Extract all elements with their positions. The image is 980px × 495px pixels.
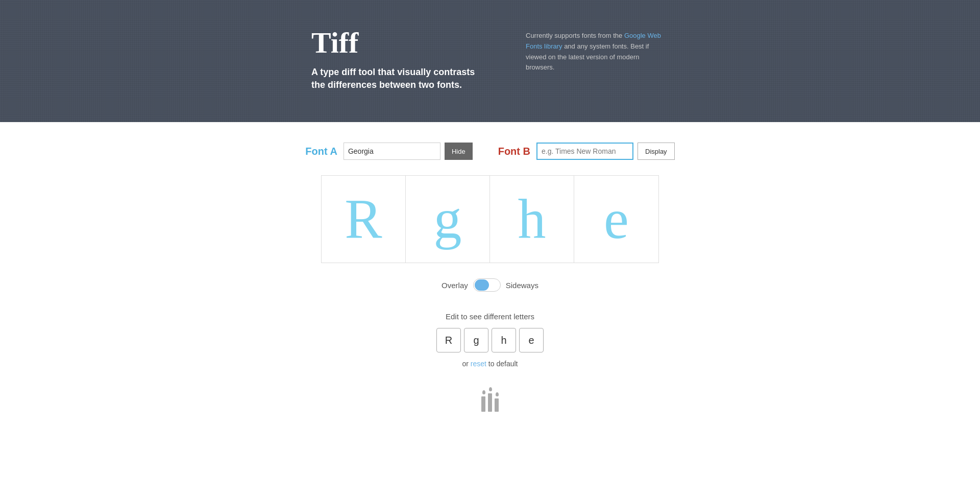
header-left: Tiff A type diff tool that visually cont… <box>311 26 526 91</box>
letter-cell-h: h <box>490 176 574 263</box>
font-a-group: Font A Hide <box>305 143 472 160</box>
font-b-label: Font B <box>498 146 530 157</box>
letter-input-h[interactable] <box>492 328 516 352</box>
candle-flame-1 <box>482 390 485 394</box>
font-controls: Font A Hide Font B Display <box>305 143 674 160</box>
letter-inputs <box>436 328 544 352</box>
candle-body-1 <box>481 396 485 412</box>
letter-cell-g: g <box>406 176 490 263</box>
candle-group-2 <box>488 388 492 412</box>
letter-cell-e: e <box>574 176 658 263</box>
header-description: Currently supports fonts from the Google… <box>526 31 669 73</box>
letter-g: g <box>434 191 462 247</box>
overlay-toggle[interactable] <box>473 278 501 292</box>
display-button[interactable]: Display <box>638 143 675 160</box>
hide-button[interactable]: Hide <box>445 143 473 160</box>
candle-icon <box>481 388 499 412</box>
header-inner: Tiff A type diff tool that visually cont… <box>311 26 669 91</box>
letter-R: R <box>345 191 382 247</box>
letter-h: h <box>518 191 546 247</box>
reset-link[interactable]: reset <box>471 360 486 368</box>
candle-group-3 <box>495 393 499 412</box>
font-b-input[interactable] <box>536 143 633 160</box>
letter-input-R[interactable] <box>436 328 461 352</box>
candle-body-3 <box>495 398 499 412</box>
main-content: Font A Hide Font B Display R g h e Overl… <box>0 122 980 412</box>
reset-row: or reset to default <box>462 360 518 368</box>
toggle-row: Overlay Sideways <box>442 278 538 292</box>
candle-flame-2 <box>489 387 492 391</box>
font-a-input[interactable] <box>344 143 440 160</box>
font-a-label: Font A <box>305 146 337 157</box>
overlay-label: Overlay <box>442 281 468 290</box>
toggle-thumb <box>475 279 489 291</box>
letter-grid: R g h e <box>321 175 659 263</box>
header: Tiff A type diff tool that visually cont… <box>0 0 980 122</box>
bottom-icon-area <box>481 388 499 412</box>
letter-input-g[interactable] <box>464 328 488 352</box>
candle-group-1 <box>481 391 485 412</box>
sideways-label: Sideways <box>506 281 538 290</box>
font-b-group: Font B Display <box>498 143 675 160</box>
letter-e: e <box>604 191 629 247</box>
candle-body-2 <box>488 393 492 412</box>
app-subtitle: A type diff tool that visually contrasts… <box>311 66 485 91</box>
app-title: Tiff <box>311 26 526 60</box>
edit-section: Edit to see different letters or reset t… <box>436 312 544 368</box>
letter-input-e[interactable] <box>519 328 544 352</box>
header-right: Currently supports fonts from the Google… <box>526 26 669 73</box>
letter-cell-R: R <box>322 176 406 263</box>
candle-flame-3 <box>496 392 499 396</box>
edit-label: Edit to see different letters <box>446 312 534 321</box>
